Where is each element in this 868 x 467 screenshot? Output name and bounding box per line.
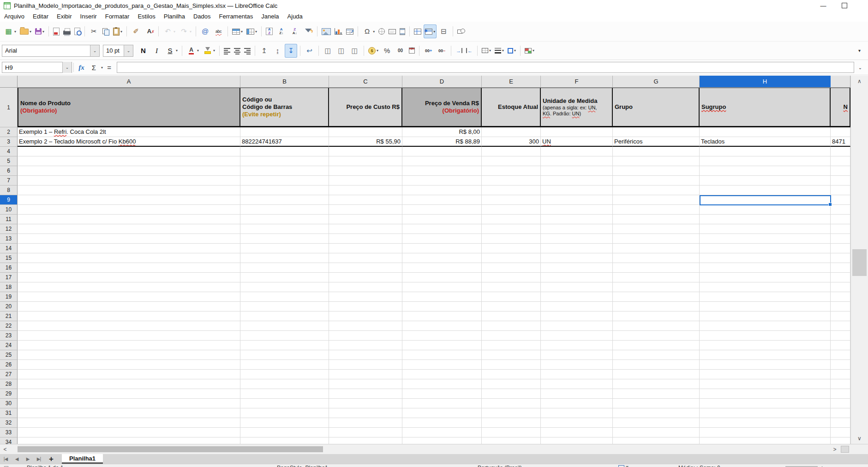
cell-A17[interactable] [18,273,240,282]
cell-H23[interactable] [700,331,831,341]
cell-B7[interactable] [240,176,329,186]
cell-C34[interactable] [329,437,402,444]
cell-H24[interactable] [700,341,831,350]
last-sheet-button[interactable]: ▶| [33,454,44,464]
cell-I32[interactable] [831,418,850,428]
cell-B18[interactable] [240,282,329,292]
dropdown-arrow-icon[interactable]: ▾ [213,48,215,53]
cell-I21[interactable] [831,311,850,321]
cell-B24[interactable] [240,341,329,350]
cell-G25[interactable] [613,350,700,360]
cell-F4[interactable] [541,147,613,156]
border-style-button[interactable]: ▾ [493,44,505,58]
cell-H20[interactable] [700,302,831,311]
cell-E5[interactable] [482,156,541,166]
function-wizard-button[interactable]: fx [75,64,88,72]
cell-F32[interactable] [541,418,613,428]
row-header-30[interactable]: 30 [0,399,18,408]
cell-F21[interactable] [541,311,613,321]
dropdown-arrow-icon[interactable]: ▾ [42,30,44,34]
cell-F13[interactable] [541,234,613,244]
dropdown-arrow-icon[interactable]: ▾ [533,48,534,53]
cell-C30[interactable] [329,399,402,408]
cell-D20[interactable] [402,302,482,311]
format-as-currency-button[interactable]: ▾ [367,44,380,58]
row-header-9[interactable]: 9 [0,195,18,205]
selection-mode-icon[interactable] [618,465,624,467]
menu-editar[interactable]: Editar [29,12,53,21]
vertical-scrollbar[interactable]: ∧ ∨ [850,76,868,444]
menu-formatar[interactable]: Formatar [101,12,134,21]
vertical-scrollbar-thumb[interactable] [852,249,867,276]
row-header-1[interactable]: 1 [0,88,18,127]
zoom-in-button[interactable]: + [820,465,824,467]
cell-F6[interactable] [541,166,613,176]
page-style-label[interactable]: PageStyle_Planilha1 [277,465,328,467]
cell-E17[interactable] [482,273,541,282]
cell-D21[interactable] [402,311,482,321]
cell-I13[interactable] [831,234,850,244]
row-header-17[interactable]: 17 [0,273,18,282]
cell-F2[interactable] [541,127,613,137]
cell-C19[interactable] [329,292,402,302]
cell-C29[interactable] [329,389,402,399]
dropdown-arrow-icon[interactable]: ▾ [197,48,199,53]
cell-C20[interactable] [329,302,402,311]
cell-I31[interactable] [831,408,850,418]
freeze-rows-and-columns-button[interactable] [413,24,423,38]
cell-I16[interactable] [831,263,850,273]
insert-special-character-button[interactable]: Ω▾ [361,24,376,38]
column-header-F[interactable]: F [541,76,613,88]
cell-F31[interactable] [541,408,613,418]
insert-text-box-button[interactable] [387,24,397,38]
cell-I12[interactable] [831,224,850,234]
cell-G9[interactable] [613,195,700,205]
cell-G17[interactable] [613,273,700,282]
sort-button[interactable] [264,24,274,38]
cell-B20[interactable] [240,302,329,311]
dropdown-arrow-icon[interactable]: ▾ [14,30,16,34]
export-as-pdf-button[interactable] [52,24,61,38]
cell-D13[interactable] [402,234,482,244]
cell-E12[interactable] [482,224,541,234]
cell-E6[interactable] [482,166,541,176]
cell-D5[interactable] [402,156,482,166]
align-right-button[interactable] [243,44,252,58]
cell-C7[interactable] [329,176,402,186]
cell-F17[interactable] [541,273,613,282]
cell-H2[interactable] [700,127,831,137]
dropdown-arrow-icon[interactable]: ▾ [190,30,192,34]
cell-H10[interactable] [700,205,831,215]
dropdown-arrow-icon[interactable]: ▾ [176,48,178,53]
cell-H16[interactable] [700,263,831,273]
cell-G33[interactable] [613,428,700,437]
cell-A27[interactable] [18,370,240,379]
cell-H17[interactable] [700,273,831,282]
header-cell-E1[interactable]: Estoque Atual [482,88,541,127]
insert-chart-button[interactable] [333,24,344,38]
row-header-24[interactable]: 24 [0,341,18,350]
cell-A24[interactable] [18,341,240,350]
conditional-formatting-button[interactable]: ▾ [523,44,536,58]
cell-A10[interactable] [18,205,240,215]
cell-A3[interactable]: Exemplo 2 – Teclado Microsoft c/ Fio Kb6… [18,137,240,147]
header-cell-F1[interactable]: Unidade de Medida(apenas a sigla: ex: UN… [541,88,613,127]
cell-C24[interactable] [329,341,402,350]
cell-H15[interactable] [700,253,831,263]
cell-A32[interactable] [18,418,240,428]
first-sheet-button[interactable]: |◀ [0,454,11,464]
menu-inserir[interactable]: Inserir [76,12,101,21]
cell-D33[interactable] [402,428,482,437]
undo-button[interactable]: ↶▾ [162,24,177,38]
cell-H28[interactable] [700,379,831,389]
cell-A15[interactable] [18,253,240,263]
maximize-button[interactable] [834,0,855,11]
cell-G11[interactable] [613,215,700,224]
cell-B28[interactable] [240,379,329,389]
cell-B10[interactable] [240,205,329,215]
cut-button[interactable]: ✂ [88,24,100,38]
cell-C17[interactable] [329,273,402,282]
cell-C2[interactable] [329,127,402,137]
cell-B25[interactable] [240,350,329,360]
cell-F9[interactable] [541,195,613,205]
